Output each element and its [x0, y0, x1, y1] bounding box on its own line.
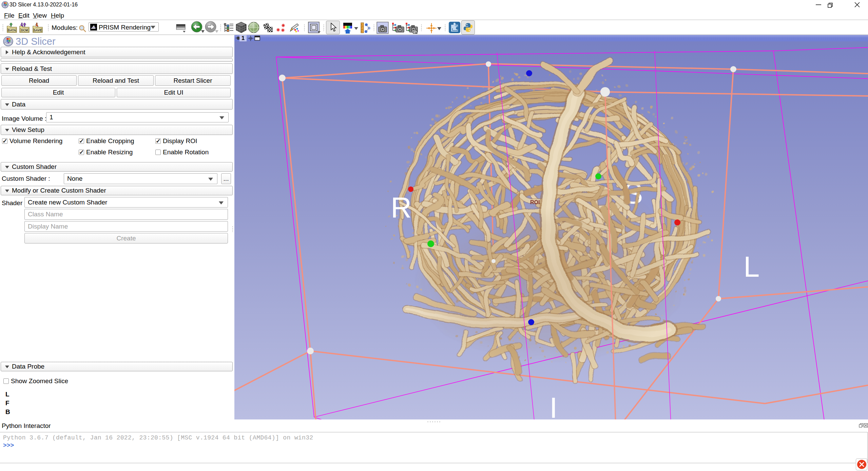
- svg-text:DCM: DCM: [21, 28, 28, 32]
- svg-text:DATA: DATA: [8, 28, 16, 32]
- svg-text:ROI: ROI: [530, 199, 540, 205]
- svg-text:R: R: [391, 191, 411, 223]
- svg-text:SAVE: SAVE: [34, 28, 42, 32]
- svg-text:I: I: [549, 392, 558, 419]
- svg-text:L: L: [744, 251, 759, 283]
